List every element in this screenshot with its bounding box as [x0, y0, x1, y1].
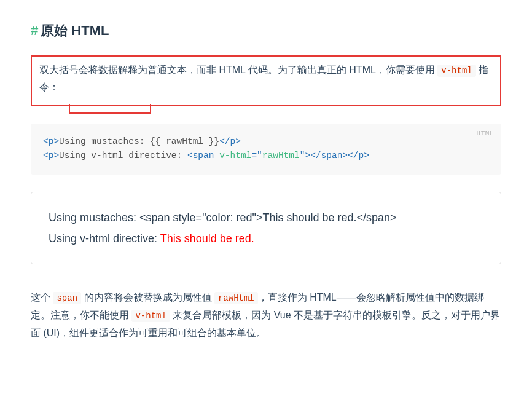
highlight-underline: [69, 104, 151, 114]
output-line1-label: Using mustaches:: [49, 211, 139, 224]
p2-t2: 的内容将会被替换成为属性值: [81, 292, 214, 302]
p2-code-vhtml: v-html: [131, 310, 170, 322]
code-lang-label: HTML: [477, 128, 494, 140]
intro-text-1: 双大括号会将数据解释为普通文本，而非 HTML 代码。为了输出真正的 HTML，…: [39, 65, 437, 75]
intro-paragraph: 双大括号会将数据解释为普通文本，而非 HTML 代码。为了输出真正的 HTML，…: [39, 61, 493, 97]
p2-code-rawhtml: rawHtml: [214, 292, 258, 304]
code-block: HTML <p>Using mustaches: {{ rawHtml }}</…: [31, 124, 501, 174]
intro-highlight-box: 双大括号会将数据解释为普通文本，而非 HTML 代码。为了输出真正的 HTML，…: [31, 55, 501, 107]
intro-code-vhtml: v-html: [437, 65, 475, 77]
p2-code-span: span: [53, 292, 81, 304]
output-line2-red: This should be red.: [160, 232, 254, 245]
explain-paragraph: 这个 span 的内容将会被替换成为属性值 rawHtml，直接作为 HTML—…: [31, 289, 501, 342]
output-box: Using mustaches: <span style="color: red…: [31, 192, 501, 264]
heading-text: 原始 HTML: [41, 23, 109, 38]
output-line-1: Using mustaches: <span style="color: red…: [49, 207, 483, 228]
output-line-2: Using v-html directive: This should be r…: [49, 228, 483, 249]
output-line1-raw: <span style="color: red">This should be …: [139, 211, 397, 224]
p2-t1: 这个: [31, 292, 53, 302]
heading-hash: #: [31, 23, 38, 38]
code-line-1: <p>Using mustaches: {{ rawHtml }}</p>: [43, 135, 489, 149]
section-heading: #原始 HTML: [31, 18, 501, 43]
output-line2-label: Using v-html directive:: [49, 232, 160, 245]
code-line-2: <p>Using v-html directive: <span v-html=…: [43, 149, 489, 163]
